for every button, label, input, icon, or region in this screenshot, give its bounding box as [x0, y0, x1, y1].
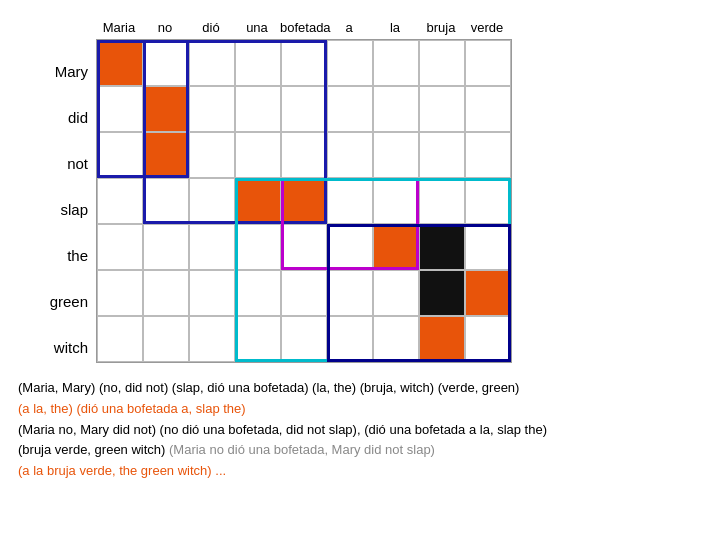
grid-cell [465, 270, 511, 316]
text-segment: (Maria no, Mary did not) (no dió una bof… [18, 422, 547, 437]
grid-cell [143, 132, 189, 178]
grid-cell [189, 86, 235, 132]
grid-row [97, 132, 511, 178]
col-header: verde [464, 20, 510, 39]
row-labels: Marydidnotslapthegreenwitch [48, 48, 96, 370]
grid-cell [143, 224, 189, 270]
grid-cell [235, 316, 281, 362]
text-segment: (Maria, Mary) (no, did not) (slap, dió u… [18, 380, 519, 395]
grid-cell [189, 40, 235, 86]
grid-cell [235, 132, 281, 178]
grid-cell [281, 316, 327, 362]
grid-cell [281, 178, 327, 224]
grid-cell [97, 86, 143, 132]
grid-cell [373, 316, 419, 362]
grid-cell [419, 316, 465, 362]
grid-cell [189, 224, 235, 270]
grid-cell [189, 270, 235, 316]
grid-cell [97, 132, 143, 178]
grid-cell [189, 316, 235, 362]
grid-row [97, 270, 511, 316]
grid-cell [143, 40, 189, 86]
text-segment: (Maria no dió una bofetada, Mary did not… [169, 442, 435, 457]
grid-row [97, 86, 511, 132]
grid-cell [281, 40, 327, 86]
grid-cell [143, 86, 189, 132]
grid-row [97, 40, 511, 86]
grid-cell [143, 270, 189, 316]
grid-cell [235, 178, 281, 224]
row-label: did [48, 94, 96, 140]
grid-cell [373, 178, 419, 224]
grid-cell [235, 224, 281, 270]
grid-cell [327, 86, 373, 132]
grid-cell [419, 86, 465, 132]
col-header: una [234, 20, 280, 39]
col-header: la [372, 20, 418, 39]
text-line: (a la bruja verde, the green witch) ... [18, 461, 702, 482]
grid-cell [465, 86, 511, 132]
page: Marydidnotslapthegreenwitch Marianodióun… [0, 0, 720, 540]
grid-cell [97, 224, 143, 270]
grid-cell [419, 132, 465, 178]
grid-cell [327, 178, 373, 224]
grid-cell [373, 86, 419, 132]
grid-cell [97, 270, 143, 316]
grid-row [97, 224, 511, 270]
text-line: (a la, the) (dió una bofetada a, slap th… [18, 399, 702, 420]
grid-cell [327, 224, 373, 270]
text-line: (bruja verde, green witch) (Maria no dió… [18, 440, 702, 461]
grid-section: Marydidnotslapthegreenwitch Marianodióun… [48, 20, 702, 370]
text-segment: (a la bruja verde, the green witch) ... [18, 463, 226, 478]
col-header: Maria [96, 20, 142, 39]
grid-cell [235, 86, 281, 132]
grid-cell [373, 224, 419, 270]
grid-cell [373, 270, 419, 316]
grid-cell [419, 270, 465, 316]
grid-cell [327, 270, 373, 316]
grid-cell [419, 178, 465, 224]
grid-cell [281, 224, 327, 270]
grid-cell [143, 316, 189, 362]
col-header: bruja [418, 20, 464, 39]
grid-cell [327, 316, 373, 362]
grid-cell [373, 132, 419, 178]
col-header: bofetada [280, 20, 326, 39]
grid-cell [465, 224, 511, 270]
grid-cell [97, 40, 143, 86]
text-segment: (a la, the) (dió una bofetada a, slap th… [18, 401, 246, 416]
grid-cell [281, 86, 327, 132]
grid-cell [327, 40, 373, 86]
grid-cell [465, 132, 511, 178]
grid-cell [189, 132, 235, 178]
text-line: (Maria no, Mary did not) (no dió una bof… [18, 420, 702, 441]
grid-cell [97, 316, 143, 362]
grid-cell [419, 224, 465, 270]
grid-cell [281, 270, 327, 316]
grid-cell [143, 178, 189, 224]
grid-cell [373, 40, 419, 86]
grid-cell [97, 178, 143, 224]
grid-cell [465, 178, 511, 224]
grid-cell [235, 270, 281, 316]
grid-container: Marianodióunabofetadaalabrujaverde [96, 20, 512, 370]
grid-cell [465, 316, 511, 362]
col-header: dió [188, 20, 234, 39]
col-header: a [326, 20, 372, 39]
row-label: Mary [48, 48, 96, 94]
grid-cell [281, 132, 327, 178]
grid-cell [419, 40, 465, 86]
row-label: slap [48, 186, 96, 232]
text-section: (Maria, Mary) (no, did not) (slap, dió u… [18, 378, 702, 482]
row-label: the [48, 232, 96, 278]
col-headers: Marianodióunabofetadaalabrujaverde [96, 20, 512, 39]
grid-cell [235, 40, 281, 86]
text-line: (Maria, Mary) (no, did not) (slap, dió u… [18, 378, 702, 399]
row-label: green [48, 278, 96, 324]
grid-cell [465, 40, 511, 86]
grid-row [97, 316, 511, 362]
grid-cell [327, 132, 373, 178]
grid-row [97, 178, 511, 224]
row-label: not [48, 140, 96, 186]
row-label: witch [48, 324, 96, 370]
